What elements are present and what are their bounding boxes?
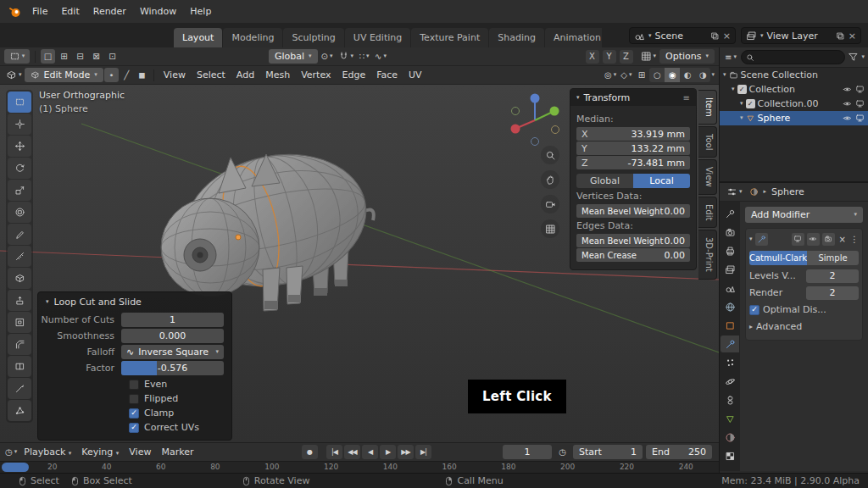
- transform-orientation-dropdown[interactable]: Global ▾: [269, 49, 318, 64]
- tab-render[interactable]: [721, 224, 739, 241]
- panel-grip-icon[interactable]: ≡: [683, 93, 690, 103]
- tab-scene[interactable]: [721, 280, 739, 297]
- factor-slider[interactable]: -0.576: [121, 361, 224, 375]
- proportional-editing-dropdown[interactable]: ∷▾: [357, 49, 371, 64]
- outliner-item-label[interactable]: Collection.00: [758, 98, 819, 109]
- menu-edge[interactable]: Edge: [337, 69, 370, 80]
- falloff-curve-dropdown[interactable]: ∿▾: [373, 49, 388, 64]
- edge-bevel-weight-field[interactable]: Mean Bevel Weight 0.00: [576, 234, 690, 247]
- play-button[interactable]: ▶: [380, 445, 396, 459]
- menu-playback[interactable]: Playback ▾: [19, 446, 76, 458]
- workspace-tab-modeling[interactable]: Modeling: [223, 28, 282, 47]
- scene-name[interactable]: Scene: [655, 30, 707, 42]
- current-frame-field[interactable]: 1: [503, 445, 552, 459]
- outliner-editor-dropdown[interactable]: ≡▾: [723, 50, 738, 64]
- tool-poly-build[interactable]: [8, 400, 31, 421]
- number-of-cuts-field[interactable]: 1: [121, 313, 224, 327]
- operator-collapse-caret-icon[interactable]: ▾: [46, 299, 49, 305]
- previous-keyframe-button[interactable]: ◀◀: [344, 445, 360, 459]
- timeline-ruler[interactable]: 2040 6080 100120 140160 180200 220240: [0, 461, 719, 473]
- xray-toggle[interactable]: ⊞: [634, 68, 648, 82]
- mode-dropdown[interactable]: Edit Mode ▾: [25, 68, 103, 82]
- menu-file[interactable]: File: [25, 0, 54, 23]
- tab-object[interactable]: [721, 317, 739, 334]
- render-levels-field[interactable]: 2: [806, 286, 859, 300]
- pan-hand-icon[interactable]: [541, 170, 559, 189]
- expand-caret-icon[interactable]: ▾: [740, 101, 743, 107]
- outliner-row-collection-001[interactable]: ▾ ✓ Collection.00: [720, 97, 868, 111]
- menu-add[interactable]: Add: [231, 69, 259, 80]
- 3d-viewport[interactable]: User Orthographic (1) Sphere ▾ Transform…: [0, 85, 719, 442]
- tool-transform[interactable]: [8, 202, 31, 223]
- menu-marker[interactable]: Marker: [156, 446, 198, 458]
- tool-bevel[interactable]: [8, 334, 31, 355]
- mirror-z-button[interactable]: Z: [620, 50, 633, 64]
- optimal-display-checkbox[interactable]: ✓: [749, 305, 760, 315]
- shading-options-caret-icon[interactable]: ▾: [711, 72, 715, 78]
- active-tool-dropdown[interactable]: ▾: [4, 49, 30, 64]
- zoom-icon[interactable]: [541, 146, 559, 164]
- menu-keying[interactable]: Keying ▾: [76, 446, 124, 458]
- sidebar-tab-3d-print[interactable]: 3D-Print: [698, 230, 717, 280]
- scene-browse-caret-icon[interactable]: ▾: [648, 33, 652, 39]
- tool-move[interactable]: [8, 136, 31, 157]
- modifier-render-toggle[interactable]: [822, 233, 835, 246]
- workspace-tab-texture-paint[interactable]: Texture Paint: [411, 28, 488, 47]
- tab-tool[interactable]: [721, 205, 739, 222]
- pivot-point-dropdown[interactable]: ⊙▾: [320, 49, 335, 64]
- jump-to-start-button[interactable]: |◀: [326, 445, 342, 459]
- tab-world[interactable]: [721, 298, 739, 315]
- next-keyframe-button[interactable]: ▶▶: [398, 445, 414, 459]
- options-dropdown[interactable]: Options ▾: [659, 49, 715, 64]
- workspace-tab-animation[interactable]: Animation: [545, 28, 602, 47]
- play-reverse-button[interactable]: ◀: [362, 445, 378, 459]
- sidebar-tab-tool[interactable]: Tool: [698, 126, 717, 158]
- menu-timeline-view[interactable]: View: [124, 446, 156, 458]
- advanced-expand-caret-icon[interactable]: ▸: [749, 324, 753, 330]
- menu-help[interactable]: Help: [183, 0, 218, 23]
- tool-measure[interactable]: [8, 246, 31, 267]
- tool-loop-cut[interactable]: [8, 356, 31, 377]
- tab-constraints[interactable]: [721, 391, 739, 408]
- face-select-button[interactable]: ◼: [135, 68, 149, 82]
- clamp-checkbox[interactable]: ✓: [129, 408, 139, 419]
- menu-face[interactable]: Face: [371, 69, 403, 80]
- auto-keying-button[interactable]: ●: [302, 445, 318, 459]
- remove-view-layer-icon[interactable]: ×: [849, 30, 856, 42]
- select-mode-subtract-button[interactable]: ⊟: [73, 49, 87, 64]
- modifier-close-icon[interactable]: ×: [839, 235, 846, 244]
- sidebar-tab-item[interactable]: Item: [698, 90, 717, 125]
- menu-edit[interactable]: Edit: [54, 0, 86, 23]
- end-frame-field[interactable]: End 250: [646, 445, 712, 459]
- even-checkbox[interactable]: [129, 380, 139, 390]
- view-layer-name[interactable]: View Layer: [767, 30, 832, 42]
- median-y-field[interactable]: Y 133.22 mm: [576, 141, 690, 155]
- filter-funnel-icon[interactable]: [848, 52, 859, 63]
- tab-output[interactable]: [721, 242, 739, 259]
- outliner-row-sphere[interactable]: ▾ Sphere: [720, 111, 868, 125]
- tool-add-cube[interactable]: [8, 268, 31, 289]
- select-mode-intersect-button[interactable]: ⊡: [105, 49, 120, 64]
- modifier-extras-icon[interactable]: ⋮: [850, 235, 859, 244]
- collection-checkbox[interactable]: ✓: [746, 99, 755, 108]
- tool-knife[interactable]: [8, 378, 31, 399]
- median-z-field[interactable]: Z -73.481 mm: [576, 156, 690, 169]
- levels-viewport-field[interactable]: 2: [806, 269, 859, 283]
- unlink-scene-icon[interactable]: ×: [723, 30, 731, 42]
- overlays-dropdown[interactable]: ◇▾: [619, 68, 633, 82]
- shading-solid-button[interactable]: ◉: [665, 68, 680, 82]
- tool-cursor[interactable]: [8, 114, 31, 135]
- workspace-tab-uv-editing[interactable]: UV Editing: [345, 28, 410, 47]
- view-layer-selector[interactable]: ▾ View Layer ×: [741, 27, 861, 44]
- shading-rendered-button[interactable]: ◑: [695, 68, 710, 82]
- workspace-tab-layout[interactable]: Layout: [174, 28, 222, 47]
- timeline-editor-dropdown[interactable]: ◷▾: [3, 445, 19, 459]
- collapse-caret-icon[interactable]: ▾: [576, 95, 580, 101]
- simple-button[interactable]: Simple: [807, 251, 859, 265]
- view-layer-browse-caret-icon[interactable]: ▾: [760, 33, 764, 39]
- snapping-options-dropdown[interactable]: ▾: [639, 49, 659, 64]
- menu-window[interactable]: Window: [133, 0, 183, 23]
- tab-view-layer[interactable]: [721, 261, 739, 278]
- disable-viewport-icon[interactable]: [855, 114, 865, 123]
- outliner-row-scene-collection[interactable]: ▾ Scene Collection: [720, 68, 868, 82]
